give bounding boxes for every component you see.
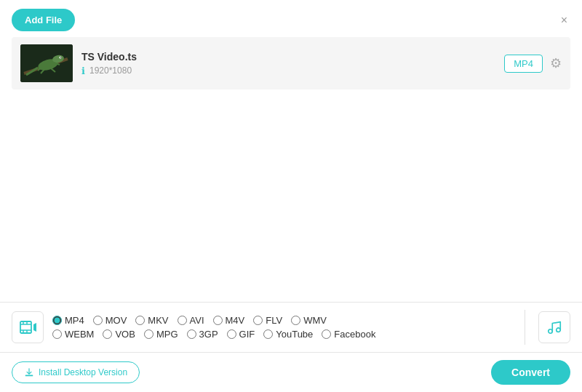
main-content-area [0,95,582,302]
format-option-vob[interactable]: VOB [103,329,135,340]
format-option-webm[interactable]: WEBM [52,329,94,340]
format-row-2: WEBM VOB MPG 3GP GIF [52,329,517,340]
format-label-mp4: MP4 [65,315,84,326]
format-separator [525,310,525,345]
format-label-mpg: MPG [156,329,178,340]
format-label-wmv: WMV [303,315,327,326]
add-file-button[interactable]: Add File [12,9,75,31]
convert-button[interactable]: Convert [491,360,570,385]
format-row-1: MP4 MOV MKV AVI M4V [52,315,517,326]
audio-format-icon-box[interactable] [538,311,570,343]
close-button[interactable]: × [558,11,570,30]
format-option-facebook[interactable]: Facebook [322,329,375,340]
svg-point-5 [60,57,61,57]
file-meta: ℹ 1920*1080 [81,65,495,76]
format-label-flv: FLV [266,315,282,326]
svg-point-18 [549,329,553,334]
file-name: TS Video.ts [81,51,495,63]
format-radio-m4v[interactable] [213,316,223,325]
format-radio-mp4[interactable] [52,316,62,325]
format-radio-mov[interactable] [93,316,103,325]
format-option-youtube[interactable]: YouTube [263,329,313,340]
format-label-mov: MOV [105,315,127,326]
format-radio-youtube[interactable] [263,329,273,339]
svg-rect-20 [25,375,33,377]
svg-rect-10 [20,321,31,333]
format-option-mpg[interactable]: MPG [144,329,178,340]
format-radio-mpg[interactable] [144,329,154,339]
format-bar: MP4 MOV MKV AVI M4V [0,302,582,352]
file-info: TS Video.ts ℹ 1920*1080 [81,51,495,76]
music-icon [546,319,562,335]
format-option-3gp[interactable]: 3GP [187,329,218,340]
format-option-m4v[interactable]: M4V [213,315,245,326]
settings-icon[interactable]: ⚙ [550,55,562,71]
format-option-mp4[interactable]: MP4 [52,315,84,326]
format-option-mkv[interactable]: MKV [135,315,168,326]
info-icon: ℹ [81,65,85,76]
format-option-wmv[interactable]: WMV [291,315,327,326]
install-label: Install Desktop Version [39,367,127,377]
file-thumbnail [20,44,73,82]
format-option-avi[interactable]: AVI [178,315,204,326]
format-label-youtube: YouTube [276,329,313,340]
download-icon [24,367,34,377]
format-radio-wmv[interactable] [291,316,300,325]
film-icon [19,319,36,336]
svg-point-19 [557,328,561,332]
install-desktop-button[interactable]: Install Desktop Version [12,361,140,383]
format-radio-avi[interactable] [178,316,187,325]
format-label-facebook: Facebook [334,329,375,340]
format-label-avi: AVI [190,315,204,326]
file-resolution: 1920*1080 [89,65,132,76]
format-label-m4v: M4V [226,315,245,326]
format-options: MP4 MOV MKV AVI M4V [52,315,517,340]
format-option-flv[interactable]: FLV [253,315,282,326]
header: Add File × [0,0,582,37]
format-label-mkv: MKV [148,315,168,326]
footer: Install Desktop Version Convert [0,352,582,392]
svg-marker-11 [33,323,36,332]
format-label-vob: VOB [115,329,135,340]
file-list: TS Video.ts ℹ 1920*1080 MP4 ⚙ [0,37,582,89]
file-actions: MP4 ⚙ [504,55,562,73]
format-radio-facebook[interactable] [322,329,331,339]
format-option-mov[interactable]: MOV [93,315,127,326]
format-label-gif: GIF [239,329,255,340]
format-radio-gif[interactable] [227,329,236,339]
video-format-icon-box[interactable] [12,311,44,343]
format-radio-webm[interactable] [52,329,62,339]
format-badge-button[interactable]: MP4 [504,55,543,73]
format-radio-flv[interactable] [253,316,263,325]
format-label-3gp: 3GP [199,329,218,340]
format-radio-vob[interactable] [103,329,112,339]
format-label-webm: WEBM [65,329,94,340]
format-radio-mkv[interactable] [135,316,145,325]
file-item: TS Video.ts ℹ 1920*1080 MP4 ⚙ [12,37,570,89]
format-option-gif[interactable]: GIF [227,329,255,340]
format-radio-3gp[interactable] [187,329,196,339]
